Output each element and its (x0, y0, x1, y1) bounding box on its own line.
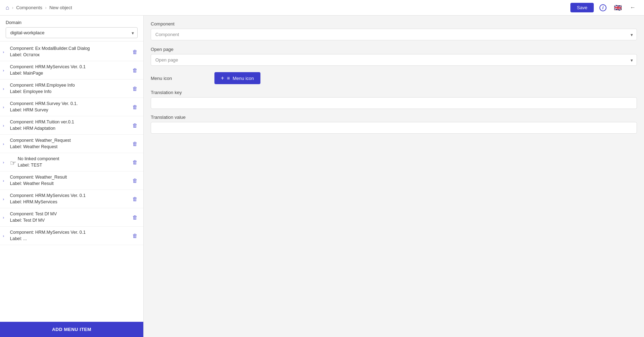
item-label-text: Label: HRM Adaptation (10, 126, 131, 132)
open-page-field-section: Open page Open page ▾ (151, 47, 637, 66)
menu-icon-button[interactable]: + ≡ Menu icon (214, 72, 260, 84)
menu-icon-label: Menu icon (151, 76, 193, 81)
breadcrumb-components: Components (16, 5, 42, 10)
expand-icon: › (3, 50, 8, 54)
component-select-wrapper: Component ▾ (151, 29, 637, 40)
expand-icon: › (3, 179, 8, 183)
delete-item-button[interactable]: 🗑 (131, 214, 139, 221)
translation-key-section: Translation key (151, 90, 637, 109)
translation-key-label: Translation key (151, 90, 637, 95)
expand-icon: › (3, 215, 8, 220)
item-component-text: Component: Ex ModalBuilder.Call Dialog (10, 46, 131, 52)
add-menu-item-button[interactable]: ADD MENU ITEM (0, 322, 143, 337)
plus-icon: + (221, 75, 224, 81)
delete-item-button[interactable]: 🗑 (131, 103, 139, 111)
left-panel: Domain digital-workplace ▾ ›Component: E… (0, 16, 144, 337)
item-component-text: Component: Weather_Request (10, 138, 131, 144)
logout-button[interactable]: → (627, 2, 638, 13)
item-content: Component: HRM.Tuition ver.0.1Label: HRM… (10, 119, 131, 132)
item-component-text: Component: HRM.MyServices Ver. 0.1 (10, 229, 131, 236)
menu-item-row[interactable]: ›Component: HRM.Survey Ver. 0.1.Label: H… (0, 98, 143, 116)
menu-item-row[interactable]: ›Component: HRM.MyServices Ver. 0.1Label… (0, 227, 143, 245)
item-content: No linked componentLabel: TEST (18, 156, 131, 168)
menu-item-row[interactable]: ›Component: Test Df MVLabel: Test Df MV🗑 (0, 208, 143, 227)
menu-items-list: ›Component: Ex ModalBuilder.Call DialogL… (0, 41, 143, 322)
menu-icon-btn-label: Menu icon (233, 76, 254, 81)
delete-item-button[interactable]: 🗑 (131, 177, 139, 184)
item-label-text: Label: HRM.MyServices (10, 199, 131, 205)
item-content: Component: HRM.MyServices Ver. 0.1Label:… (10, 64, 131, 76)
open-page-label: Open page (151, 47, 637, 52)
logout-icon: → (630, 5, 636, 11)
menu-item-row[interactable]: ›Component: Weather_RequestLabel: Weathe… (0, 135, 143, 153)
expand-icon: › (3, 142, 8, 146)
delete-item-button[interactable]: 🗑 (131, 140, 139, 147)
component-select[interactable]: Component (151, 29, 637, 40)
item-label-text: Label: Employee Info (10, 89, 131, 95)
topbar-actions: Save i 🇬🇧 → (570, 2, 638, 13)
item-component-text: Component: HRM.MyServices Ver. 0.1 (10, 193, 131, 199)
item-component-text: No linked component (18, 156, 131, 162)
breadcrumb-current: New object (49, 5, 72, 10)
item-label-text: Label: Остаток (10, 52, 131, 58)
item-content: Component: HRM.MyServices Ver. 0.1Label:… (10, 193, 131, 205)
item-content: Component: Weather_ResultLabel: Weather … (10, 174, 131, 187)
delete-item-button[interactable]: 🗑 (131, 122, 139, 129)
item-label-text: Label: TEST (18, 162, 131, 169)
language-button[interactable]: 🇬🇧 (612, 2, 623, 13)
right-panel: Component Component ▾ Open page Open pag… (144, 16, 644, 337)
menu-item-row[interactable]: ›Component: HRM.MyServices Ver. 0.1Label… (0, 61, 143, 80)
expand-icon: › (3, 87, 8, 91)
delete-item-button[interactable]: 🗑 (131, 195, 139, 203)
hand-cursor-icon: ☞ (10, 159, 16, 167)
save-button[interactable]: Save (570, 3, 594, 12)
expand-icon: › (3, 123, 8, 128)
delete-item-button[interactable]: 🗑 (131, 48, 139, 56)
domain-select-wrapper: digital-workplace ▾ (6, 27, 138, 38)
item-component-text: Component: HRM.Tuition ver.0.1 (10, 119, 131, 126)
component-field-section: Component Component ▾ (151, 21, 637, 40)
delete-item-button[interactable]: 🗑 (131, 232, 139, 239)
open-page-select[interactable]: Open page (151, 54, 637, 65)
item-label-text: Label: Weather Result (10, 181, 131, 187)
item-component-text: Component: HRM.MyServices Ver. 0.1 (10, 64, 131, 70)
delete-item-button[interactable]: 🗑 (131, 158, 139, 166)
globe-icon: 🇬🇧 (614, 4, 622, 12)
item-label-text: Label: MainPage (10, 70, 131, 77)
expand-icon: › (3, 197, 8, 201)
item-content: Component: HRM.Employee InfoLabel: Emplo… (10, 82, 131, 95)
expand-icon: › (3, 160, 8, 164)
translation-value-input[interactable] (151, 122, 637, 134)
item-label-text: Label: Test Df MV (10, 217, 131, 224)
expand-icon: › (3, 68, 8, 72)
item-label-text: Label: ... (10, 236, 131, 242)
menu-item-row[interactable]: ›Component: Weather_ResultLabel: Weather… (0, 172, 143, 190)
translation-value-section: Translation value (151, 115, 637, 134)
menu-icon-row: Menu icon + ≡ Menu icon (151, 72, 637, 84)
domain-select[interactable]: digital-workplace (6, 27, 138, 38)
topbar: ⌂ › Components › New object Save i 🇬🇧 → (0, 0, 644, 16)
domain-section: Domain digital-workplace ▾ (0, 16, 143, 41)
breadcrumb-separator: › (12, 5, 13, 10)
home-icon[interactable]: ⌂ (6, 5, 9, 11)
translation-key-input[interactable] (151, 97, 637, 109)
item-component-text: Component: HRM.Survey Ver. 0.1. (10, 101, 131, 107)
delete-item-button[interactable]: 🗑 (131, 85, 139, 92)
item-content: Component: Test Df MVLabel: Test Df MV (10, 211, 131, 223)
menu-item-row[interactable]: ›Component: HRM.Tuition ver.0.1Label: HR… (0, 116, 143, 135)
main-layout: Domain digital-workplace ▾ ›Component: E… (0, 16, 644, 337)
item-content: Component: HRM.MyServices Ver. 0.1Label:… (10, 229, 131, 242)
delete-item-button[interactable]: 🗑 (131, 66, 139, 74)
item-content: Component: Ex ModalBuilder.Call DialogLa… (10, 46, 131, 58)
domain-label: Domain (6, 20, 138, 25)
open-page-select-wrapper: Open page ▾ (151, 54, 637, 66)
menu-item-row[interactable]: ›Component: HRM.MyServices Ver. 0.1Label… (0, 190, 143, 208)
menu-item-row[interactable]: ›☞No linked componentLabel: TEST🗑 (0, 153, 143, 172)
info-button[interactable]: i (597, 2, 609, 13)
expand-icon: › (3, 234, 8, 238)
item-label-text: Label: HRM Survey (10, 107, 131, 114)
menu-item-row[interactable]: ›Component: Ex ModalBuilder.Call DialogL… (0, 43, 143, 61)
menu-item-row[interactable]: ›Component: HRM.Employee InfoLabel: Empl… (0, 80, 143, 98)
item-component-text: Component: Test Df MV (10, 211, 131, 217)
expand-icon: › (3, 105, 8, 109)
